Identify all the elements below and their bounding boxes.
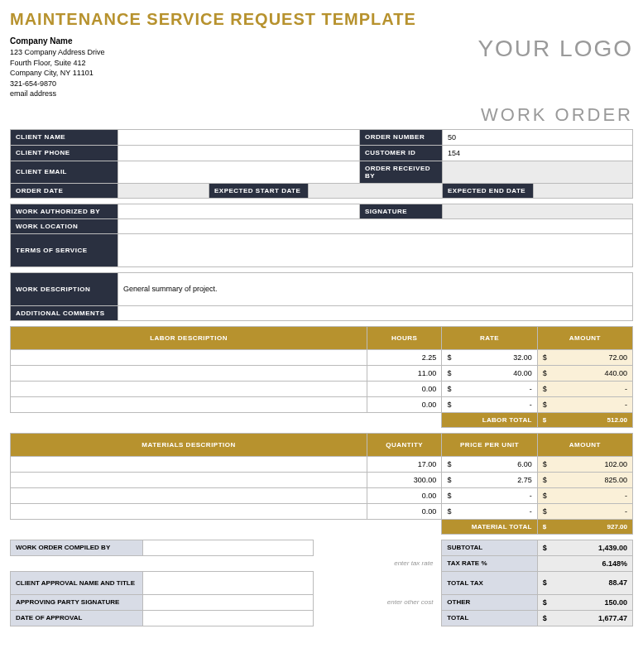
label-tax-rate: TAX RATE % bbox=[442, 555, 537, 571]
label-subtotal: SUBTOTAL bbox=[442, 540, 537, 555]
mat-price-cell[interactable]: - bbox=[442, 503, 537, 519]
label-signature: SIGNATURE bbox=[360, 204, 443, 218]
field-order-date[interactable] bbox=[118, 183, 209, 198]
mat-desc-cell[interactable] bbox=[11, 456, 367, 472]
labor-desc-cell[interactable] bbox=[11, 349, 367, 365]
labor-amount-cell: - bbox=[537, 396, 632, 412]
field-received-by[interactable] bbox=[443, 161, 633, 183]
label-order-number: ORDER NUMBER bbox=[360, 129, 443, 145]
field-authorized-by[interactable] bbox=[118, 204, 360, 218]
label-material-total: MATERIAL TOTAL bbox=[442, 519, 537, 534]
field-work-location[interactable] bbox=[118, 218, 633, 233]
value-labor-total: 512.00 bbox=[537, 412, 632, 427]
label-labor-total: LABOR TOTAL bbox=[442, 412, 537, 427]
label-client-email: CLIENT EMAIL bbox=[11, 161, 118, 183]
mat-price-cell[interactable]: 6.00 bbox=[442, 456, 537, 472]
company-name: Company Name bbox=[10, 36, 105, 47]
description-table: WORK DESCRIPTION General summary of proj… bbox=[10, 272, 633, 321]
value-subtotal: 1,439.00 bbox=[537, 540, 632, 555]
labor-rate-cell[interactable]: 32.00 bbox=[442, 349, 537, 365]
mat-amount-cell: - bbox=[537, 487, 632, 503]
work-order-heading: WORK ORDER bbox=[10, 104, 633, 126]
labor-row: 0.00 - - bbox=[11, 396, 633, 412]
label-approving-signature: APPROVING PARTY SIGNATURE bbox=[11, 594, 143, 610]
field-date-approval[interactable] bbox=[143, 610, 314, 626]
label-customer-id: CUSTOMER ID bbox=[360, 145, 443, 161]
mat-amount-cell: - bbox=[537, 503, 632, 519]
field-customer-id[interactable]: 154 bbox=[443, 145, 633, 161]
labor-row: 2.25 32.00 72.00 bbox=[11, 349, 633, 365]
header-amount: AMOUNT bbox=[537, 326, 632, 349]
mat-qty-cell[interactable]: 300.00 bbox=[367, 472, 442, 487]
mat-price-cell[interactable]: 2.75 bbox=[442, 472, 537, 487]
labor-amount-cell: 72.00 bbox=[537, 349, 632, 365]
labor-hours-cell[interactable]: 2.25 bbox=[367, 349, 442, 365]
field-client-phone[interactable] bbox=[118, 145, 360, 161]
field-expected-end[interactable] bbox=[534, 183, 633, 198]
footer-table: WORK ORDER COMPILED BY SUBTOTAL 1,439.00… bbox=[10, 540, 633, 626]
materials-table: MATERIALS DESCRIPTION QUANTITY PRICE PER… bbox=[10, 433, 633, 535]
labor-desc-cell[interactable] bbox=[11, 365, 367, 381]
label-total: TOTAL bbox=[442, 610, 537, 626]
field-signature[interactable] bbox=[443, 204, 633, 218]
label-received-by: ORDER RECEIVED BY bbox=[360, 161, 443, 183]
field-terms[interactable] bbox=[118, 233, 633, 266]
company-address1: 123 Company Address Drive bbox=[10, 47, 105, 58]
field-expected-start[interactable] bbox=[309, 183, 443, 198]
labor-rate-cell[interactable]: 40.00 bbox=[442, 365, 537, 381]
mat-amount-cell: 825.00 bbox=[537, 472, 632, 487]
mat-qty-cell[interactable]: 17.00 bbox=[367, 456, 442, 472]
page-title: MAINTENANCE SERVICE REQUEST TEMPLATE bbox=[10, 10, 633, 29]
field-client-approval[interactable] bbox=[143, 571, 314, 594]
header-labor-desc: LABOR DESCRIPTION bbox=[11, 326, 367, 349]
labor-table: LABOR DESCRIPTION HOURS RATE AMOUNT 2.25… bbox=[10, 326, 633, 428]
label-work-description: WORK DESCRIPTION bbox=[11, 272, 118, 305]
field-client-name[interactable] bbox=[118, 129, 360, 145]
labor-row: 0.00 - - bbox=[11, 381, 633, 396]
field-approving-signature[interactable] bbox=[143, 594, 314, 610]
field-compiled-by[interactable] bbox=[143, 540, 314, 555]
labor-hours-cell[interactable]: 0.00 bbox=[367, 396, 442, 412]
label-expected-start: EXPECTED START DATE bbox=[209, 183, 309, 198]
label-order-date: ORDER DATE bbox=[11, 183, 118, 198]
value-total: 1,677.47 bbox=[537, 610, 632, 626]
mat-qty-cell[interactable]: 0.00 bbox=[367, 487, 442, 503]
company-address2: Fourth Floor, Suite 412 bbox=[10, 58, 105, 69]
company-info: Company Name 123 Company Address Drive F… bbox=[10, 36, 105, 99]
client-info-table: CLIENT NAME ORDER NUMBER 50 CLIENT PHONE… bbox=[10, 129, 633, 199]
mat-desc-cell[interactable] bbox=[11, 472, 367, 487]
label-terms: TERMS OF SERVICE bbox=[11, 233, 118, 266]
materials-row: 300.00 2.75 825.00 bbox=[11, 472, 633, 487]
field-work-description[interactable]: General summary of project. bbox=[118, 272, 633, 305]
field-order-number[interactable]: 50 bbox=[443, 129, 633, 145]
header: Company Name 123 Company Address Drive F… bbox=[10, 36, 633, 99]
authorization-table: WORK AUTHORIZED BY SIGNATURE WORK LOCATI… bbox=[10, 204, 633, 267]
labor-desc-cell[interactable] bbox=[11, 381, 367, 396]
mat-price-cell[interactable]: - bbox=[442, 487, 537, 503]
header-quantity: QUANTITY bbox=[367, 433, 442, 456]
label-work-location: WORK LOCATION bbox=[11, 218, 118, 233]
labor-hours-cell[interactable]: 11.00 bbox=[367, 365, 442, 381]
label-client-approval: CLIENT APPROVAL NAME AND TITLE bbox=[11, 571, 143, 594]
company-phone: 321-654-9870 bbox=[10, 79, 105, 89]
label-date-approval: DATE OF APPROVAL bbox=[11, 610, 143, 626]
value-other[interactable]: 150.00 bbox=[537, 594, 632, 610]
hint-other-cost: enter other cost bbox=[313, 594, 441, 610]
labor-rate-cell[interactable]: - bbox=[442, 396, 537, 412]
value-material-total: 927.00 bbox=[537, 519, 632, 534]
labor-hours-cell[interactable]: 0.00 bbox=[367, 381, 442, 396]
label-additional-comments: ADDITIONAL COMMENTS bbox=[11, 305, 118, 320]
label-client-name: CLIENT NAME bbox=[11, 129, 118, 145]
label-total-tax: TOTAL TAX bbox=[442, 571, 537, 594]
mat-desc-cell[interactable] bbox=[11, 487, 367, 503]
labor-desc-cell[interactable] bbox=[11, 396, 367, 412]
mat-qty-cell[interactable]: 0.00 bbox=[367, 503, 442, 519]
labor-rate-cell[interactable]: - bbox=[442, 381, 537, 396]
label-client-phone: CLIENT PHONE bbox=[11, 145, 118, 161]
field-additional-comments[interactable] bbox=[118, 305, 633, 320]
mat-amount-cell: 102.00 bbox=[537, 456, 632, 472]
header-materials-desc: MATERIALS DESCRIPTION bbox=[11, 433, 367, 456]
field-client-email[interactable] bbox=[118, 161, 360, 183]
value-tax-rate[interactable]: 6.148% bbox=[537, 555, 632, 571]
mat-desc-cell[interactable] bbox=[11, 503, 367, 519]
